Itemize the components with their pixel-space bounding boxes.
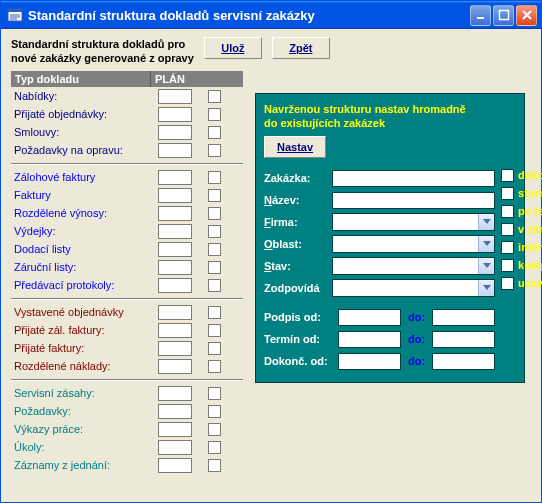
row-checkbox[interactable] bbox=[208, 225, 221, 238]
chevron-down-icon bbox=[478, 236, 494, 252]
row-checkbox[interactable] bbox=[208, 387, 221, 400]
row-checkbox[interactable] bbox=[208, 459, 221, 472]
chevron-down-icon bbox=[478, 214, 494, 230]
row-checkbox[interactable] bbox=[208, 90, 221, 103]
input-termin-do[interactable] bbox=[432, 331, 495, 348]
plan-input[interactable] bbox=[158, 143, 192, 158]
svg-rect-1 bbox=[8, 9, 22, 12]
table-row: Dodací listy bbox=[11, 240, 243, 258]
status-checkbox[interactable] bbox=[501, 187, 514, 200]
table-row: Zálohové faktury bbox=[11, 168, 243, 186]
field-oblast: Oblast: bbox=[264, 234, 495, 254]
status-checkbox[interactable] bbox=[501, 277, 514, 290]
titlebar: Standardní struktura dokladů servisní za… bbox=[1, 1, 541, 29]
status-checkbox[interactable] bbox=[501, 169, 514, 182]
input-podpis-od[interactable] bbox=[338, 309, 401, 326]
table-row: Úkoly: bbox=[11, 438, 243, 456]
row-checkbox[interactable] bbox=[208, 306, 221, 319]
row-checkbox[interactable] bbox=[208, 207, 221, 220]
status-check-label: kompletní bbox=[518, 259, 542, 271]
plan-input[interactable] bbox=[158, 242, 192, 257]
table-group: Zálohové fakturyFakturyRozdělené výnosy:… bbox=[11, 168, 243, 294]
row-label: Záznamy z jednání: bbox=[11, 459, 151, 471]
apply-button[interactable]: Nastav bbox=[264, 136, 326, 158]
status-checkbox[interactable] bbox=[501, 241, 514, 254]
plan-input[interactable] bbox=[158, 278, 192, 293]
plan-input[interactable] bbox=[158, 224, 192, 239]
table-group: Vystavené objednávkyPřijaté zál. faktury… bbox=[11, 303, 243, 375]
row-label: Rozdělené výnosy: bbox=[11, 207, 151, 219]
plan-input[interactable] bbox=[158, 170, 192, 185]
row-checkbox[interactable] bbox=[208, 261, 221, 274]
status-checkbox[interactable] bbox=[501, 223, 514, 236]
row-checkbox[interactable] bbox=[208, 243, 221, 256]
plan-input[interactable] bbox=[158, 359, 192, 374]
row-label: Zálohové faktury bbox=[11, 171, 151, 183]
maximize-button[interactable] bbox=[493, 5, 514, 26]
plan-input[interactable] bbox=[158, 323, 192, 338]
row-checkbox[interactable] bbox=[208, 423, 221, 436]
input-dokonc-do[interactable] bbox=[432, 353, 495, 370]
select-zodpovida[interactable] bbox=[332, 279, 495, 297]
close-button[interactable] bbox=[516, 5, 537, 26]
minimize-button[interactable] bbox=[470, 5, 491, 26]
input-dokonc-od[interactable] bbox=[338, 353, 401, 370]
plan-input[interactable] bbox=[158, 458, 192, 473]
row-checkbox[interactable] bbox=[208, 405, 221, 418]
plan-input[interactable] bbox=[158, 260, 192, 275]
row-label: Požadavky: bbox=[11, 405, 151, 417]
row-checkbox[interactable] bbox=[208, 342, 221, 355]
input-termin-od[interactable] bbox=[338, 331, 401, 348]
plan-input[interactable] bbox=[158, 305, 192, 320]
row-label: Servisní zásahy: bbox=[11, 387, 151, 399]
plan-input[interactable] bbox=[158, 206, 192, 221]
label-podpis: Podpis od: bbox=[264, 311, 334, 323]
row-checkbox[interactable] bbox=[208, 126, 221, 139]
label-termin: Termín od: bbox=[264, 333, 334, 345]
plan-input[interactable] bbox=[158, 188, 192, 203]
plan-input[interactable] bbox=[158, 386, 192, 401]
input-nazev[interactable] bbox=[332, 192, 495, 209]
bulk-apply-panel: Navrženou strukturu nastav hromadně do e… bbox=[255, 93, 525, 383]
row-label: Vystavené objednávky bbox=[11, 306, 151, 318]
plan-input[interactable] bbox=[158, 422, 192, 437]
label-zodpovida: Zodpovídá bbox=[264, 282, 332, 294]
row-checkbox[interactable] bbox=[208, 144, 221, 157]
plan-input[interactable] bbox=[158, 440, 192, 455]
row-podpis: Podpis od: do: bbox=[264, 306, 495, 328]
table-row: Servisní zásahy: bbox=[11, 384, 243, 402]
row-checkbox[interactable] bbox=[208, 189, 221, 202]
plan-input[interactable] bbox=[158, 107, 192, 122]
row-label: Přijaté objednávky: bbox=[11, 108, 151, 120]
plan-input[interactable] bbox=[158, 404, 192, 419]
label-zakazka: Zakázka: bbox=[264, 172, 332, 184]
status-check-row: kompletní bbox=[501, 256, 542, 274]
row-checkbox[interactable] bbox=[208, 360, 221, 373]
app-icon bbox=[7, 7, 23, 23]
row-checkbox[interactable] bbox=[208, 441, 221, 454]
table-row: Faktury bbox=[11, 186, 243, 204]
svg-rect-6 bbox=[499, 11, 508, 20]
select-firma[interactable] bbox=[332, 213, 495, 231]
select-oblast[interactable] bbox=[332, 235, 495, 253]
status-checkbox[interactable] bbox=[501, 205, 514, 218]
table-row: Nabídky: bbox=[11, 87, 243, 105]
back-button[interactable]: Zpět bbox=[272, 37, 330, 59]
table-row: Přijaté zál. faktury: bbox=[11, 321, 243, 339]
row-checkbox[interactable] bbox=[208, 171, 221, 184]
plan-input[interactable] bbox=[158, 341, 192, 356]
date-grid: Podpis od: do: Termín od: do: bbox=[264, 306, 495, 372]
input-zakazka[interactable] bbox=[332, 170, 495, 187]
input-podpis-do[interactable] bbox=[432, 309, 495, 326]
row-checkbox[interactable] bbox=[208, 279, 221, 292]
row-checkbox[interactable] bbox=[208, 324, 221, 337]
status-checks: dokončenéstornovanépo termínuv záruceint… bbox=[501, 166, 542, 372]
select-stav[interactable] bbox=[332, 257, 495, 275]
status-checkbox[interactable] bbox=[501, 259, 514, 272]
status-check-row: dokončené bbox=[501, 166, 542, 184]
field-zodpovida: Zodpovídá bbox=[264, 278, 495, 298]
row-checkbox[interactable] bbox=[208, 108, 221, 121]
save-button[interactable]: Ulož bbox=[204, 37, 262, 59]
plan-input[interactable] bbox=[158, 89, 192, 104]
plan-input[interactable] bbox=[158, 125, 192, 140]
